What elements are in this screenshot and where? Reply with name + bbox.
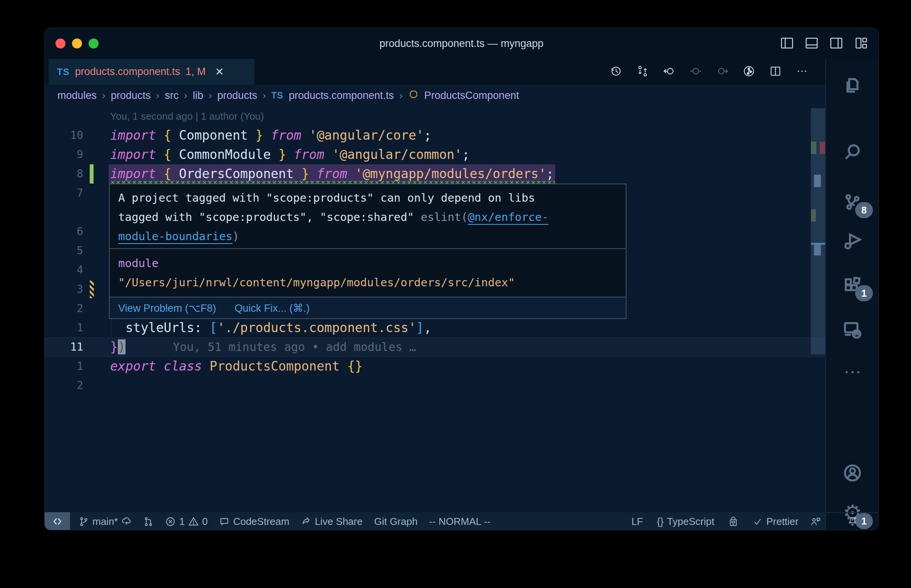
commit-graph-icon[interactable] (743, 65, 755, 79)
remote-explorer-icon (842, 320, 862, 340)
eol-status[interactable]: LF (631, 516, 643, 528)
language-mode-status[interactable]: {} TypeScript (657, 516, 714, 528)
comment-icon (219, 516, 229, 527)
files-icon (842, 76, 862, 96)
breadcrumb: modules › products › src › lib › product… (45, 85, 832, 107)
ruler-modified-mark (811, 209, 816, 222)
sidebar-item-explorer[interactable] (826, 67, 879, 104)
feedback-icon (810, 516, 821, 527)
module-quick-info: module "/Users/juri/nrwl/content/myngapp… (110, 248, 626, 297)
code-line[interactable]: 1 styleUrls: ['./products.component.css'… (45, 318, 825, 337)
ellipsis-icon (842, 362, 862, 382)
sidebar-item-search[interactable] (826, 134, 879, 170)
previous-change-icon[interactable] (690, 65, 702, 79)
git-branch-status[interactable]: main* (79, 516, 132, 528)
remote-indicator[interactable] (45, 512, 70, 530)
eslint-rule-link[interactable]: @nx/enforce- (468, 210, 549, 224)
customize-layout-icon[interactable] (854, 36, 868, 52)
sidebar-item-remote-explorer[interactable] (826, 311, 879, 348)
ruler-added-mark (811, 142, 816, 154)
open-changes-icon[interactable] (636, 65, 649, 79)
braces-icon: {} (657, 516, 663, 528)
code-line-error[interactable]: 8 import { OrdersComponent } from '@myng… (45, 164, 825, 184)
breadcrumb-item-symbol[interactable]: ProductsComponent (424, 90, 519, 102)
breadcrumb-item-file[interactable]: products.component.ts (289, 90, 394, 102)
account-icon (842, 463, 862, 483)
ruler-error-mark (820, 142, 825, 154)
toggle-primary-sidebar-icon[interactable] (780, 36, 794, 52)
problems-status[interactable]: 1 0 (165, 516, 208, 528)
feedback-status[interactable] (810, 516, 821, 527)
sidebar-item-more-views[interactable] (826, 354, 879, 391)
error-icon (165, 516, 176, 527)
share-icon (301, 516, 311, 527)
timeline-icon[interactable] (610, 65, 622, 79)
view-problem-link[interactable]: View Problem (⌥F8) (118, 297, 216, 318)
current-code-line[interactable]: 11 }) You, 51 minutes ago • add modules … (45, 337, 825, 357)
notifications-icon[interactable] (847, 516, 858, 528)
tab-problems-modified-badge: 1, M (186, 66, 206, 78)
next-change-icon[interactable] (716, 65, 728, 79)
ruler-cursor-mark (814, 245, 821, 256)
scrollbar[interactable] (811, 108, 825, 354)
vim-mode-status[interactable]: -- NORMAL -- (429, 516, 490, 528)
git-compare-status[interactable] (143, 516, 154, 527)
sidebar-item-run-debug[interactable] (826, 223, 879, 260)
breadcrumb-item[interactable]: products (217, 90, 257, 102)
breadcrumb-item[interactable]: products (111, 90, 151, 102)
breadcrumb-item[interactable]: modules (57, 90, 97, 102)
code-editor[interactable]: You, 1 second ago | 1 author (You) 10 im… (45, 107, 825, 512)
git-graph-status[interactable]: Git Graph (374, 516, 418, 528)
tab-filename: products.component.ts (75, 66, 180, 78)
robot-extension-status[interactable] (728, 516, 739, 527)
eslint-rule-link[interactable]: module-boundaries (118, 230, 233, 243)
ruler-selection-mark (814, 175, 821, 187)
breadcrumb-item[interactable]: src (165, 90, 179, 102)
split-editor-icon[interactable] (769, 65, 782, 79)
check-icon (752, 516, 763, 527)
problem-hover-tooltip: A project tagged with "scope:products" c… (109, 184, 626, 319)
robot-icon (728, 516, 739, 527)
sidebar-item-source-control[interactable]: 8 (826, 184, 879, 220)
code-line[interactable]: 1 export class ProductsComponent {} (45, 357, 825, 376)
typescript-file-icon: TS (271, 90, 283, 101)
toggle-panel-icon[interactable] (804, 36, 819, 52)
git-modified-gutter-marker (90, 281, 94, 298)
window-title: products.component.ts — myngapp (45, 28, 878, 59)
activity-bar-bottom (826, 512, 879, 530)
text-cursor: ) (118, 339, 126, 354)
titlebar: products.component.ts — myngapp (45, 28, 878, 59)
blame-annotation: You, 1 second ago | 1 author (You) (110, 107, 264, 126)
tab-bar: TS products.component.ts 1, M ✕ (45, 59, 878, 85)
more-actions-icon[interactable] (796, 65, 808, 79)
warning-icon (188, 516, 199, 527)
hover-actions: View Problem (⌥F8) Quick Fix... (⌘.) (110, 297, 626, 318)
codestream-status[interactable]: CodeStream (219, 516, 289, 528)
extensions-badge: 1 (855, 285, 873, 301)
source-control-badge: 8 (855, 202, 873, 218)
toggle-secondary-sidebar-icon[interactable] (829, 36, 844, 52)
code-line[interactable]: 9 import { CommonModule } from '@angular… (45, 145, 825, 164)
live-share-status[interactable]: Live Share (301, 516, 362, 528)
formatter-status[interactable]: Prettier (752, 516, 799, 528)
accounts-button[interactable] (826, 454, 879, 491)
symbol-class-icon (408, 89, 419, 102)
tab-products-component[interactable]: TS products.component.ts 1, M ✕ (49, 59, 255, 85)
search-icon (842, 142, 862, 162)
debug-icon (842, 231, 862, 251)
problem-message: A project tagged with "scope:products" c… (110, 184, 626, 248)
sidebar-item-extensions[interactable]: 1 (826, 267, 879, 304)
vscode-window: products.component.ts — myngapp TS produ… (44, 28, 879, 530)
activity-bar: 8 1 ⚙ 1 (825, 59, 879, 530)
git-added-gutter-marker (90, 164, 94, 184)
breadcrumb-item[interactable]: lib (193, 90, 203, 102)
status-bar: main* 1 0 CodeStream Live Share Git Grap… (45, 512, 825, 530)
typescript-file-icon: TS (57, 67, 70, 77)
inline-blame-annotation: You, 51 minutes ago • add modules … (173, 337, 416, 357)
navigate-back-icon[interactable] (663, 65, 675, 79)
code-line[interactable]: 10 import { Component } from '@angular/c… (45, 126, 825, 145)
tab-close-icon[interactable]: ✕ (215, 65, 224, 78)
quick-fix-link[interactable]: Quick Fix... (⌘.) (234, 297, 310, 318)
publish-changes-icon (121, 516, 132, 527)
editor-actions (610, 59, 808, 85)
